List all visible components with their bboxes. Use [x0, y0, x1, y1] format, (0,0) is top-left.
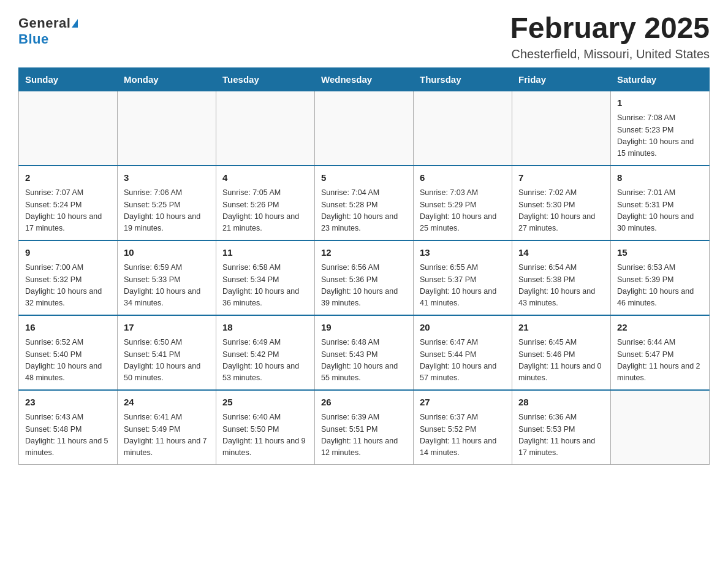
day-info: Sunrise: 6:44 AMSunset: 5:47 PMDaylight:… [617, 337, 703, 385]
day-info: Sunrise: 7:08 AMSunset: 5:23 PMDaylight:… [617, 112, 703, 160]
day-info: Sunrise: 6:39 AMSunset: 5:51 PMDaylight:… [321, 412, 407, 459]
day-info: Sunrise: 6:36 AMSunset: 5:53 PMDaylight:… [518, 412, 604, 459]
calendar-week-row: 23Sunrise: 6:43 AMSunset: 5:48 PMDayligh… [19, 390, 710, 465]
day-number: 16 [25, 321, 111, 335]
column-header-tuesday: Tuesday [216, 67, 315, 91]
calendar-cell: 11Sunrise: 6:58 AMSunset: 5:34 PMDayligh… [216, 240, 315, 315]
column-header-sunday: Sunday [19, 67, 118, 91]
calendar-table: SundayMondayTuesdayWednesdayThursdayFrid… [18, 67, 710, 465]
day-info: Sunrise: 6:48 AMSunset: 5:43 PMDaylight:… [321, 337, 407, 385]
day-info: Sunrise: 6:49 AMSunset: 5:42 PMDaylight:… [222, 337, 308, 385]
day-number: 28 [518, 396, 604, 410]
day-info: Sunrise: 6:45 AMSunset: 5:46 PMDaylight:… [518, 337, 604, 385]
day-number: 15 [617, 246, 703, 260]
calendar-cell [512, 91, 611, 166]
calendar-cell [611, 390, 710, 465]
calendar-cell: 7Sunrise: 7:02 AMSunset: 5:30 PMDaylight… [512, 166, 611, 240]
calendar-cell: 6Sunrise: 7:03 AMSunset: 5:29 PMDaylight… [414, 166, 512, 240]
day-info: Sunrise: 7:03 AMSunset: 5:29 PMDaylight:… [420, 187, 506, 235]
calendar-cell: 3Sunrise: 7:06 AMSunset: 5:25 PMDaylight… [118, 166, 216, 240]
calendar-cell: 12Sunrise: 6:56 AMSunset: 5:36 PMDayligh… [315, 240, 414, 315]
page-header: General Blue February 2025 Chesterfield,… [18, 12, 710, 61]
day-number: 23 [25, 396, 111, 410]
column-header-friday: Friday [512, 67, 611, 91]
logo: General Blue [18, 12, 78, 47]
calendar-cell: 1Sunrise: 7:08 AMSunset: 5:23 PMDaylight… [611, 91, 710, 166]
day-info: Sunrise: 6:56 AMSunset: 5:36 PMDaylight:… [321, 262, 407, 310]
logo-general: General [18, 15, 70, 31]
day-number: 26 [321, 396, 407, 410]
day-info: Sunrise: 6:52 AMSunset: 5:40 PMDaylight:… [25, 337, 111, 385]
day-number: 5 [321, 171, 407, 185]
logo-triangle-icon [72, 19, 78, 28]
day-info: Sunrise: 7:02 AMSunset: 5:30 PMDaylight:… [518, 187, 604, 235]
calendar-cell: 18Sunrise: 6:49 AMSunset: 5:42 PMDayligh… [216, 315, 315, 390]
day-number: 18 [222, 321, 308, 335]
calendar-cell: 27Sunrise: 6:37 AMSunset: 5:52 PMDayligh… [414, 390, 512, 465]
calendar-cell: 10Sunrise: 6:59 AMSunset: 5:33 PMDayligh… [118, 240, 216, 315]
calendar-header-row: SundayMondayTuesdayWednesdayThursdayFrid… [19, 67, 710, 91]
month-title: February 2025 [510, 12, 710, 45]
day-info: Sunrise: 6:40 AMSunset: 5:50 PMDaylight:… [222, 412, 308, 459]
day-number: 10 [124, 246, 210, 260]
day-number: 1 [617, 96, 703, 110]
calendar-cell: 9Sunrise: 7:00 AMSunset: 5:32 PMDaylight… [19, 240, 118, 315]
day-number: 4 [222, 171, 308, 185]
day-number: 13 [420, 246, 506, 260]
day-info: Sunrise: 6:37 AMSunset: 5:52 PMDaylight:… [420, 412, 506, 459]
calendar-cell: 20Sunrise: 6:47 AMSunset: 5:44 PMDayligh… [414, 315, 512, 390]
calendar-cell: 4Sunrise: 7:05 AMSunset: 5:26 PMDaylight… [216, 166, 315, 240]
day-number: 2 [25, 171, 111, 185]
day-number: 25 [222, 396, 308, 410]
calendar-cell [19, 91, 118, 166]
title-section: February 2025 Chesterfield, Missouri, Un… [510, 12, 710, 61]
day-number: 27 [420, 396, 506, 410]
day-number: 19 [321, 321, 407, 335]
calendar-cell [216, 91, 315, 166]
calendar-cell: 5Sunrise: 7:04 AMSunset: 5:28 PMDaylight… [315, 166, 414, 240]
day-number: 11 [222, 246, 308, 260]
day-info: Sunrise: 6:58 AMSunset: 5:34 PMDaylight:… [222, 262, 308, 310]
calendar-cell [118, 91, 216, 166]
day-number: 17 [124, 321, 210, 335]
day-info: Sunrise: 7:05 AMSunset: 5:26 PMDaylight:… [222, 187, 308, 235]
column-header-thursday: Thursday [414, 67, 512, 91]
day-info: Sunrise: 6:43 AMSunset: 5:48 PMDaylight:… [25, 412, 111, 459]
calendar-cell: 13Sunrise: 6:55 AMSunset: 5:37 PMDayligh… [414, 240, 512, 315]
calendar-cell: 8Sunrise: 7:01 AMSunset: 5:31 PMDaylight… [611, 166, 710, 240]
calendar-cell: 21Sunrise: 6:45 AMSunset: 5:46 PMDayligh… [512, 315, 611, 390]
day-number: 8 [617, 171, 703, 185]
day-info: Sunrise: 6:54 AMSunset: 5:38 PMDaylight:… [518, 262, 604, 310]
calendar-cell: 14Sunrise: 6:54 AMSunset: 5:38 PMDayligh… [512, 240, 611, 315]
day-number: 9 [25, 246, 111, 260]
calendar-cell: 19Sunrise: 6:48 AMSunset: 5:43 PMDayligh… [315, 315, 414, 390]
day-number: 12 [321, 246, 407, 260]
day-info: Sunrise: 6:41 AMSunset: 5:49 PMDaylight:… [124, 412, 210, 459]
day-number: 3 [124, 171, 210, 185]
calendar-cell [315, 91, 414, 166]
day-info: Sunrise: 7:00 AMSunset: 5:32 PMDaylight:… [25, 262, 111, 310]
calendar-week-row: 9Sunrise: 7:00 AMSunset: 5:32 PMDaylight… [19, 240, 710, 315]
calendar-cell: 2Sunrise: 7:07 AMSunset: 5:24 PMDaylight… [19, 166, 118, 240]
day-number: 6 [420, 171, 506, 185]
day-info: Sunrise: 6:53 AMSunset: 5:39 PMDaylight:… [617, 262, 703, 310]
column-header-saturday: Saturday [611, 67, 710, 91]
day-number: 14 [518, 246, 604, 260]
calendar-cell [414, 91, 512, 166]
calendar-cell: 22Sunrise: 6:44 AMSunset: 5:47 PMDayligh… [611, 315, 710, 390]
logo-blue: Blue [18, 31, 49, 47]
day-info: Sunrise: 6:47 AMSunset: 5:44 PMDaylight:… [420, 337, 506, 385]
calendar-week-row: 1Sunrise: 7:08 AMSunset: 5:23 PMDaylight… [19, 91, 710, 166]
day-number: 22 [617, 321, 703, 335]
column-header-monday: Monday [118, 67, 216, 91]
day-info: Sunrise: 7:06 AMSunset: 5:25 PMDaylight:… [124, 187, 210, 235]
calendar-cell: 25Sunrise: 6:40 AMSunset: 5:50 PMDayligh… [216, 390, 315, 465]
location-label: Chesterfield, Missouri, United States [510, 47, 710, 61]
day-info: Sunrise: 6:59 AMSunset: 5:33 PMDaylight:… [124, 262, 210, 310]
calendar-week-row: 16Sunrise: 6:52 AMSunset: 5:40 PMDayligh… [19, 315, 710, 390]
day-number: 24 [124, 396, 210, 410]
calendar-cell: 24Sunrise: 6:41 AMSunset: 5:49 PMDayligh… [118, 390, 216, 465]
day-number: 20 [420, 321, 506, 335]
day-info: Sunrise: 7:01 AMSunset: 5:31 PMDaylight:… [617, 187, 703, 235]
calendar-cell: 16Sunrise: 6:52 AMSunset: 5:40 PMDayligh… [19, 315, 118, 390]
